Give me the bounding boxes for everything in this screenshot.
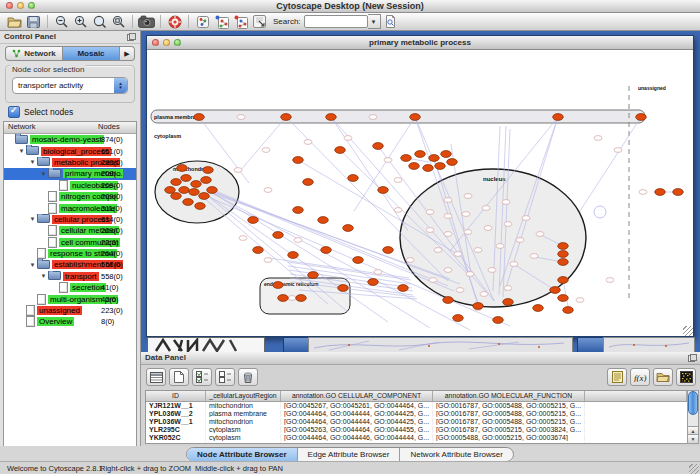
tree-row[interactable]: ▼biological_process651(0) bbox=[4, 145, 136, 156]
scrollbar-thumb[interactable] bbox=[688, 391, 698, 415]
tab-network-attribute-browser[interactable]: Network Attribute Browser bbox=[399, 448, 512, 461]
network-window-titlebar[interactable]: primary metabolic process bbox=[147, 36, 693, 50]
column-header[interactable]: annotation.GO CELLULAR_COMPONENT bbox=[281, 391, 433, 401]
tree-row[interactable]: cell communicat22(0) bbox=[4, 237, 136, 248]
data-panel: Data Panel f(x) ID_cellularLayoutRegiona… bbox=[140, 352, 700, 446]
disclosure-arrow-icon[interactable]: ▼ bbox=[28, 216, 37, 222]
tree-row[interactable]: ▼establishment of lo558(0) bbox=[4, 259, 136, 270]
tree-row[interactable]: macromolecule311(0) bbox=[4, 202, 136, 213]
network-page-icon bbox=[48, 237, 57, 248]
new-attribute-icon[interactable] bbox=[169, 368, 189, 386]
attribute-table[interactable]: ID_cellularLayoutRegionannotation.GO CEL… bbox=[145, 390, 688, 444]
zoom-selected-icon[interactable] bbox=[109, 14, 128, 29]
column-header[interactable]: annotation.GO MOLECULAR_FUNCTION bbox=[433, 391, 585, 401]
column-header[interactable]: _cellularLayoutRegion bbox=[206, 391, 281, 401]
delete-attribute-icon[interactable] bbox=[238, 368, 258, 386]
tree-row[interactable]: Overview8(0) bbox=[4, 316, 136, 327]
tree-item-node-count: 8(0) bbox=[101, 317, 114, 326]
table-row[interactable]: YJR121W__1mitochondrion[GO:0045267, GO:0… bbox=[146, 402, 687, 410]
background-window-fragment[interactable] bbox=[147, 337, 265, 352]
disclosure-arrow-icon[interactable]: ▼ bbox=[17, 148, 26, 154]
tree-column-network[interactable]: Network bbox=[4, 122, 98, 133]
column-header[interactable]: ID bbox=[146, 391, 206, 401]
tree-item-node-count: 651(0) bbox=[101, 147, 123, 156]
zoom-out-icon[interactable] bbox=[52, 14, 71, 29]
tree-row[interactable]: ▼cellular process614(0) bbox=[4, 214, 136, 225]
table-row[interactable]: YLR295Ccytoplasm[GO:0045263, GO:0044464,… bbox=[146, 426, 687, 434]
tree-row[interactable]: unassigned223(0) bbox=[4, 305, 136, 316]
more-tabs-button[interactable]: ▶ bbox=[120, 46, 135, 61]
table-row[interactable]: YKR052Ccytoplasm[GO:0044464, GO:0044446,… bbox=[146, 434, 687, 442]
network-graph[interactable]: plasma membranecytoplasmmitochondrionnuc… bbox=[148, 50, 692, 335]
table-row[interactable]: YPL036W__2plasma membrane[GO:0044464, GO… bbox=[146, 410, 687, 418]
table-scrollbar[interactable]: ▲ ▼ bbox=[687, 390, 699, 444]
search-settings-icon[interactable] bbox=[381, 14, 400, 29]
tab-network[interactable]: Network bbox=[5, 46, 62, 61]
background-window-titlebar[interactable] bbox=[283, 337, 310, 352]
tree-row[interactable]: nucleobase-209(0) bbox=[4, 180, 136, 191]
tab-mosaic[interactable]: Mosaic bbox=[62, 46, 120, 61]
select-nodes-checkbox[interactable] bbox=[8, 106, 20, 118]
zoom-in-icon[interactable] bbox=[71, 14, 90, 29]
search-input[interactable] bbox=[304, 15, 368, 28]
snapshot-icon[interactable] bbox=[137, 14, 156, 29]
select-all-attributes-icon[interactable] bbox=[192, 368, 212, 386]
network-page-icon bbox=[48, 203, 57, 214]
tree-item-label[interactable]: mosaic-demo-yeast bbox=[30, 135, 104, 144]
tree-row[interactable]: response to stimul264(0) bbox=[4, 248, 136, 259]
save-session-icon[interactable] bbox=[24, 14, 43, 29]
import-attribute-file-icon[interactable] bbox=[653, 368, 673, 386]
disclosure-arrow-icon[interactable]: ▼ bbox=[39, 171, 48, 177]
tree-row[interactable]: nitrogen compo209(0) bbox=[4, 191, 136, 202]
app-resize-grip[interactable] bbox=[689, 464, 699, 474]
table-row[interactable]: YPL036W__1mitochondrion[GO:0044464, GO:0… bbox=[146, 418, 687, 426]
attribute-list-icon[interactable] bbox=[607, 368, 627, 386]
attribute-table-icon[interactable] bbox=[146, 368, 166, 386]
node-color-dropdown[interactable]: transporter activity ▲▼ bbox=[12, 77, 128, 94]
background-window-titlebar[interactable] bbox=[577, 337, 605, 352]
annotation-icon[interactable] bbox=[250, 14, 269, 29]
float-data-panel-icon[interactable] bbox=[688, 354, 697, 362]
search-dropdown-button[interactable]: ▼ bbox=[368, 14, 381, 29]
attribute-matrix-icon[interactable] bbox=[676, 368, 696, 386]
network-view-window[interactable]: primary metabolic process plasma membran… bbox=[146, 35, 694, 337]
disclosure-arrow-icon[interactable]: ▼ bbox=[39, 273, 48, 279]
help-icon[interactable] bbox=[165, 14, 184, 29]
network-window-resize-grip[interactable] bbox=[683, 326, 693, 336]
background-window-fragment[interactable] bbox=[308, 337, 573, 352]
disclosure-arrow-icon[interactable]: ▼ bbox=[28, 262, 37, 268]
disclosure-arrow-icon[interactable]: ▼ bbox=[28, 159, 37, 165]
table-cell: mitochondrion bbox=[206, 402, 281, 409]
unselect-all-attributes-icon[interactable] bbox=[215, 368, 235, 386]
tree-item-label[interactable]: Overview bbox=[37, 317, 74, 326]
tree-row[interactable]: cellular metabol209(0) bbox=[4, 225, 136, 236]
tree-item-label[interactable]: transport bbox=[63, 272, 99, 281]
float-panel-icon[interactable] bbox=[127, 33, 136, 41]
tree-row[interactable]: ▼metabolic process280(0) bbox=[4, 157, 136, 168]
tree-row[interactable]: multi-organism pro42(0) bbox=[4, 293, 136, 304]
svg-text:f(x): f(x) bbox=[634, 373, 647, 383]
table-row[interactable]: YDR039C__1mitochondrion[GO:0044464, GO:0… bbox=[146, 441, 687, 444]
status-zoom-hint: Right-click + drag to ZOOM bbox=[100, 464, 191, 473]
column-header[interactable] bbox=[585, 391, 687, 401]
network-canvas[interactable]: plasma membranecytoplasmmitochondrionnuc… bbox=[148, 50, 692, 335]
tree-item-label[interactable]: unassigned bbox=[37, 306, 82, 315]
tab-node-attribute-browser[interactable]: Node Attribute Browser bbox=[187, 448, 297, 461]
import-attributes-icon[interactable] bbox=[231, 14, 250, 29]
tree-row[interactable]: mosaic-demo-yeast874(0) bbox=[4, 134, 136, 145]
tree-row[interactable]: secretion41(0) bbox=[4, 282, 136, 293]
vizmapper-icon[interactable] bbox=[193, 14, 212, 29]
import-network-icon[interactable] bbox=[212, 14, 231, 29]
scroll-down-button[interactable]: ▼ bbox=[688, 434, 698, 443]
attribute-table-header[interactable]: ID_cellularLayoutRegionannotation.GO CEL… bbox=[146, 391, 687, 402]
tree-column-nodes[interactable]: Nodes bbox=[98, 122, 136, 133]
tree-row[interactable]: ▼transport558(0) bbox=[4, 271, 136, 282]
tab-edge-attribute-browser[interactable]: Edge Attribute Browser bbox=[297, 448, 400, 461]
zoom-fit-icon[interactable] bbox=[90, 14, 109, 29]
open-session-icon[interactable] bbox=[5, 14, 24, 29]
tree-row[interactable]: ▼primary metabo209(... bbox=[4, 168, 136, 179]
background-window-fragment[interactable] bbox=[603, 337, 695, 352]
network-tree-header[interactable]: Network Nodes bbox=[4, 122, 136, 134]
formula-builder-icon[interactable]: f(x) bbox=[630, 368, 650, 386]
table-cell: YLR295C bbox=[146, 426, 206, 433]
